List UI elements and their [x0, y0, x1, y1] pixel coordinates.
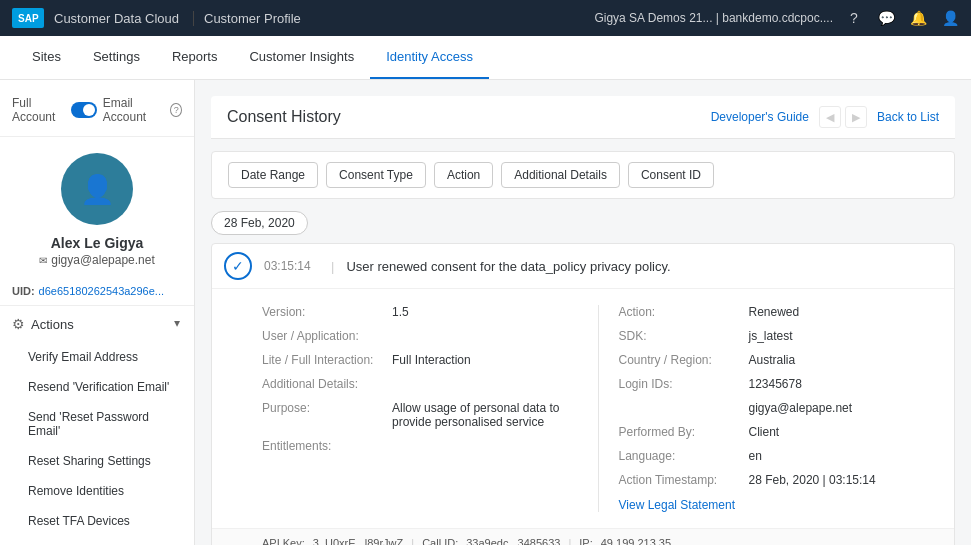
detail-row-language: Language: en: [619, 449, 935, 463]
detail-col-left: Version: 1.5 User / Application: Lite / …: [262, 305, 578, 512]
avatar: 👤: [61, 153, 133, 225]
date-group: 28 Feb, 2020 ✓ 03:15:14 | User renewed c…: [211, 211, 955, 545]
consent-title: Consent History: [227, 108, 341, 126]
value-sdk: js_latest: [749, 329, 935, 343]
call-id-label: Call ID:: [422, 537, 458, 545]
action-force-tfa[interactable]: Force TFA Expiration: [0, 536, 194, 545]
value-action: Renewed: [749, 305, 935, 319]
consent-row-1[interactable]: ✓ 03:15:14 | User renewed consent for th…: [212, 244, 954, 289]
value-action-timestamp: 28 Feb, 2020 | 03:15:14: [749, 473, 935, 487]
actions-header[interactable]: ⚙ Actions ▲: [0, 306, 194, 342]
user-icon[interactable]: 👤: [941, 9, 959, 27]
label-interaction: Lite / Full Interaction:: [262, 353, 392, 367]
detail-col-right: Action: Renewed SDK: js_latest Country /…: [619, 305, 935, 512]
consent-time-1: 03:15:14: [264, 259, 319, 273]
top-bar-icons: ? 💬 🔔 👤: [845, 9, 959, 27]
uid-label: UID:: [12, 285, 35, 297]
action-remove-identities[interactable]: Remove Identities: [0, 476, 194, 506]
nav-item-identity-access[interactable]: Identity Access: [370, 36, 489, 79]
detail-divider: [598, 305, 599, 512]
label-performed-by: Performed By:: [619, 425, 749, 439]
label-action: Action:: [619, 305, 749, 319]
filter-action[interactable]: Action: [434, 162, 493, 188]
sidebar: Full Account Email Account ? 👤 Alex Le G…: [0, 80, 195, 545]
uid-row: UID: d6e65180262543a296e...: [0, 279, 194, 306]
call-id-value: 33a9edc...3485633: [466, 537, 560, 545]
label-user-app: User / Application:: [262, 329, 392, 343]
action-verify-email[interactable]: Verify Email Address: [0, 342, 194, 372]
nav-bar: Sites Settings Reports Customer Insights…: [0, 36, 971, 80]
label-version: Version:: [262, 305, 392, 319]
api-key-label: API Key:: [262, 537, 305, 545]
avatar-person-icon: 👤: [80, 173, 115, 206]
consent-header-right: Developer's Guide ◀ ▶ Back to List: [711, 106, 939, 128]
detail-row-sdk: SDK: js_latest: [619, 329, 935, 343]
top-bar-left: SAP Customer Data Cloud Customer Profile: [12, 8, 301, 28]
detail-row-version: Version: 1.5: [262, 305, 578, 319]
nav-item-settings[interactable]: Settings: [77, 36, 156, 79]
detail-row-purpose: Purpose: Allow usage of personal data to…: [262, 401, 578, 429]
detail-row-action: Action: Renewed: [619, 305, 935, 319]
filter-consent-type[interactable]: Consent Type: [326, 162, 426, 188]
actions-label-group: ⚙ Actions: [12, 316, 74, 332]
value-login-email: gigya@alepape.net: [749, 401, 935, 415]
sap-logo: SAP: [12, 8, 44, 28]
top-bar-right: Gigya SA Demos 21... | bankdemo.cdcpoc..…: [594, 9, 959, 27]
filter-additional-details[interactable]: Additional Details: [501, 162, 620, 188]
question-icon[interactable]: ?: [845, 9, 863, 27]
consent-footer-1: API Key: 3_U0xrE...l89rJwZ | Call ID: 33…: [212, 528, 954, 545]
value-performed-by: Client: [749, 425, 935, 439]
consent-header: Consent History Developer's Guide ◀ ▶ Ba…: [211, 96, 955, 139]
ip-label: IP:: [579, 537, 592, 545]
svg-text:SAP: SAP: [18, 13, 39, 24]
value-language: en: [749, 449, 935, 463]
footer-sep-1: |: [411, 537, 414, 545]
nav-item-customer-insights[interactable]: Customer Insights: [233, 36, 370, 79]
nav-arrows: ◀ ▶: [819, 106, 867, 128]
account-toggle: Full Account Email Account ?: [0, 96, 194, 137]
action-reset-password[interactable]: Send 'Reset Password Email': [0, 402, 194, 446]
uid-value[interactable]: d6e65180262543a296e...: [39, 285, 164, 297]
nav-item-reports[interactable]: Reports: [156, 36, 234, 79]
detail-row-entitlements: Entitlements:: [262, 439, 578, 453]
value-version: 1.5: [392, 305, 578, 319]
detail-row-login-email: gigya@alepape.net: [619, 401, 935, 415]
content-area: Consent History Developer's Guide ◀ ▶ Ba…: [195, 80, 971, 545]
action-resend-verification[interactable]: Resend 'Verification Email': [0, 372, 194, 402]
filter-consent-id[interactable]: Consent ID: [628, 162, 714, 188]
filter-bar: Date Range Consent Type Action Additiona…: [211, 151, 955, 199]
app-name: Customer Data Cloud: [54, 11, 179, 26]
label-purpose: Purpose:: [262, 401, 392, 415]
view-legal-link[interactable]: View Legal Statement: [619, 498, 736, 512]
footer-sep-2: |: [568, 537, 571, 545]
label-entitlements: Entitlements:: [262, 439, 392, 453]
back-to-list-link[interactable]: Back to List: [877, 110, 939, 124]
customer-profile-label: Customer Profile: [193, 11, 301, 26]
label-language: Language:: [619, 449, 749, 463]
developer-guide-link[interactable]: Developer's Guide: [711, 110, 809, 124]
nav-next-button[interactable]: ▶: [845, 106, 867, 128]
help-icon[interactable]: ?: [170, 103, 182, 117]
user-name: Alex Le Gigya: [51, 235, 144, 251]
value-login-ids: 12345678: [749, 377, 935, 391]
ip-value: 49.199.213.35: [601, 537, 671, 545]
consent-text-1: User renewed consent for the data_policy…: [346, 259, 670, 274]
gear-icon: ⚙: [12, 316, 25, 332]
nav-item-sites[interactable]: Sites: [16, 36, 77, 79]
account-type-toggle[interactable]: [71, 102, 97, 118]
detail-row-interaction: Lite / Full Interaction: Full Interactio…: [262, 353, 578, 367]
detail-row-user-app: User / Application:: [262, 329, 578, 343]
nav-prev-button[interactable]: ◀: [819, 106, 841, 128]
filter-date-range[interactable]: Date Range: [228, 162, 318, 188]
label-action-timestamp: Action Timestamp:: [619, 473, 749, 487]
detail-row-additional: Additional Details:: [262, 377, 578, 391]
check-mark-icon: ✓: [232, 258, 244, 274]
action-reset-tfa[interactable]: Reset TFA Devices: [0, 506, 194, 536]
api-key-value: 3_U0xrE...l89rJwZ: [313, 537, 403, 545]
detail-grid-1: Version: 1.5 User / Application: Lite / …: [262, 305, 934, 512]
bell-icon[interactable]: 🔔: [909, 9, 927, 27]
value-purpose: Allow usage of personal data to provide …: [392, 401, 578, 429]
chat-icon[interactable]: 💬: [877, 9, 895, 27]
label-country: Country / Region:: [619, 353, 749, 367]
action-reset-sharing[interactable]: Reset Sharing Settings: [0, 446, 194, 476]
